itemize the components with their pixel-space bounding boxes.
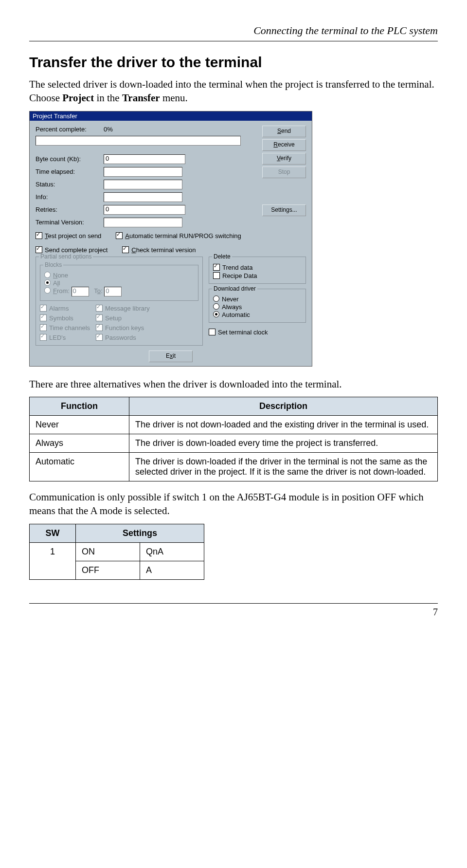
info-field[interactable] <box>104 192 182 202</box>
all-radio: All <box>44 279 194 287</box>
receive-button[interactable]: Receive <box>262 139 306 151</box>
cell-automatic-desc: The driver is down-loaded if the driver … <box>129 453 438 481</box>
info-label: Info: <box>36 193 104 201</box>
stop-button[interactable]: Stop <box>262 166 306 178</box>
cell-always-desc: The driver is down-loaded every time the… <box>129 434 438 453</box>
recipe-checkbox[interactable]: Recipe Data <box>213 271 302 279</box>
auto-runprog-checkbox[interactable]: Automatic terminal RUN/PROG switching <box>116 231 241 240</box>
settings-button[interactable]: Settings... <box>262 204 306 216</box>
time-label: Time elapsed: <box>36 168 104 175</box>
retries-label: Retries: <box>36 206 104 213</box>
trend-checkbox[interactable]: Trend data <box>213 263 302 271</box>
passwords-checkbox: Passwords <box>96 333 150 341</box>
cell-off: OFF <box>76 561 140 579</box>
th-settings: Settings <box>76 524 204 542</box>
dialog-titlebar: Project Transfer <box>30 111 312 121</box>
status-field[interactable] <box>104 180 182 189</box>
sw-settings-table: SW Settings 1 ON QnA OFF A <box>29 524 204 580</box>
check-version-checkbox[interactable]: Check terminal version <box>122 245 196 254</box>
cell-qna: QnA <box>140 542 204 561</box>
alarms-checkbox: Alarms <box>40 304 90 312</box>
th-function: Function <box>30 397 129 416</box>
leds-checkbox: LED's <box>40 333 90 341</box>
page-number: 7 <box>29 603 438 618</box>
section-heading: Transfer the driver to the terminal <box>29 54 438 71</box>
byte-label: Byte count (Kb): <box>36 155 104 163</box>
running-header: Connecting the terminal to the PLC syste… <box>29 24 438 37</box>
dl-never-radio[interactable]: Never <box>213 295 302 303</box>
termver-label: Terminal Version: <box>36 219 104 226</box>
cell-automatic: Automatic <box>30 453 129 481</box>
from-radio: From: 0 To: 0 <box>44 287 194 296</box>
delete-group: Delete Trend data Recipe Data <box>209 257 306 284</box>
progress-bar <box>36 136 241 146</box>
termver-field[interactable] <box>104 218 182 227</box>
fkeys-checkbox: Function keys <box>96 323 150 332</box>
symbols-checkbox: Symbols <box>40 314 90 322</box>
header-rule <box>29 41 438 41</box>
intro-paragraph: The selected driver is down-loaded into … <box>29 77 438 105</box>
th-description: Description <box>129 397 438 416</box>
exit-button[interactable]: Exit <box>149 351 193 362</box>
dl-always-radio[interactable]: Always <box>213 303 302 311</box>
setup-checkbox: Setup <box>96 314 150 322</box>
send-button[interactable]: Send <box>262 126 306 137</box>
cell-always: Always <box>30 434 129 453</box>
paragraph-alternatives: There are three alternatives when the dr… <box>29 377 438 391</box>
dl-auto-radio[interactable]: Automatic <box>213 311 302 318</box>
cell-on: ON <box>76 542 140 561</box>
cell-never: Never <box>30 416 129 434</box>
function-description-table: Function Description Never The driver is… <box>29 397 438 481</box>
paragraph-switch: Communication is only possible if switch… <box>29 490 438 518</box>
percent-value: 0% <box>104 126 113 133</box>
blocks-group: Blocks None All From: 0 To: 0 <box>40 265 198 301</box>
set-clock-checkbox[interactable]: Set terminal clock <box>209 328 306 336</box>
cell-never-desc: The driver is not down-loaded and the ex… <box>129 416 438 434</box>
cell-sw1: 1 <box>30 542 76 579</box>
verify-button[interactable]: Verify <box>262 153 306 165</box>
cell-a: A <box>140 561 204 579</box>
project-transfer-dialog: Project Transfer Percent complete:0% Byt… <box>29 111 312 367</box>
download-driver-group: Download driver Never Always Automatic <box>209 289 306 323</box>
time-field[interactable] <box>104 167 182 177</box>
none-radio: None <box>44 271 194 279</box>
partial-send-group: Partial send options Blocks None All Fro… <box>36 257 203 346</box>
send-complete-checkbox[interactable]: Send complete project <box>36 245 108 254</box>
byte-field[interactable]: 0 <box>104 154 185 164</box>
status-label: Status: <box>36 181 104 188</box>
th-sw: SW <box>30 524 76 542</box>
percent-label: Percent complete: <box>36 126 104 133</box>
test-on-send-checkbox[interactable]: Test project on send <box>36 231 101 240</box>
msglib-checkbox: Message library <box>96 304 150 312</box>
timech-checkbox: Time channels <box>40 323 90 332</box>
retries-field[interactable]: 0 <box>104 205 185 215</box>
